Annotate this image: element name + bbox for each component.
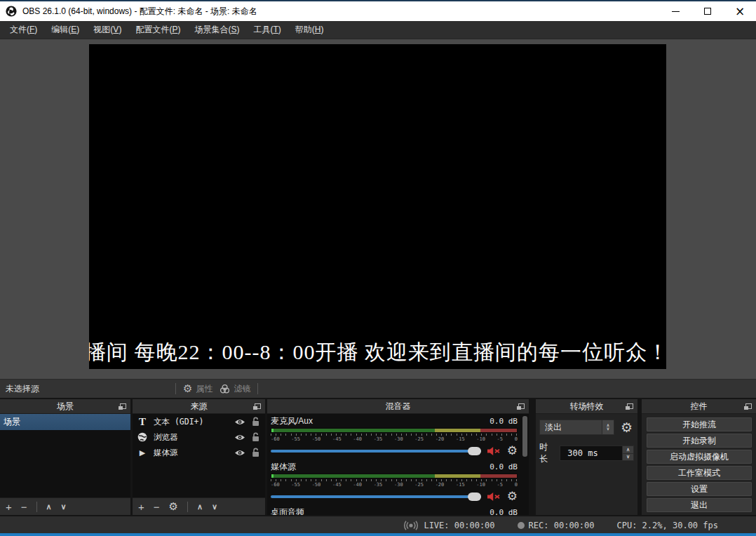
move-source-up-button[interactable]: ∧ [197, 502, 203, 511]
sources-header: 来源 [133, 399, 265, 414]
move-scene-down-button[interactable]: ∨ [61, 502, 67, 511]
menu-scene-collection[interactable]: 场景集合(S) [187, 21, 246, 39]
exit-button[interactable]: 退出 [647, 498, 752, 512]
source-list-item[interactable]: T 文本 (GDI+) [133, 414, 265, 429]
popout-icon [626, 403, 633, 410]
remove-scene-button[interactable]: − [21, 502, 27, 512]
scenes-header: 场景 [0, 399, 130, 414]
add-scene-button[interactable]: + [6, 502, 12, 512]
lock-icon[interactable] [252, 448, 260, 457]
volume-slider[interactable] [271, 495, 481, 498]
meter-tick-label: -35 [374, 436, 383, 443]
meter-tick-label: -60 [271, 436, 280, 443]
toolbar-separator [187, 502, 188, 512]
start-virtual-camera-button[interactable]: 启动虚拟摄像机 [647, 450, 752, 464]
studio-mode-button[interactable]: 工作室模式 [647, 466, 752, 480]
lock-icon[interactable] [252, 417, 260, 427]
channel-gear-icon[interactable]: ⚙ [507, 445, 518, 457]
source-name: 媒体源 [154, 448, 229, 458]
add-source-button[interactable]: + [138, 502, 144, 512]
meter-tick-label: -10 [476, 436, 485, 443]
volume-slider[interactable] [271, 450, 481, 453]
mixer-content: 麦克风/Aux 0.0 dB -60-55-50-45-40-35-30-25-… [267, 414, 529, 515]
duration-spinner: ∧ ∨ [622, 446, 633, 460]
mixer-title: 混音器 [267, 399, 529, 414]
settings-button[interactable]: 设置 [647, 482, 752, 496]
channel-db-value: 0.0 dB [490, 417, 518, 426]
toolbar-separator [257, 383, 258, 394]
menu-edit[interactable]: 编辑(E) [44, 21, 86, 39]
meter-tick-label: -50 [312, 482, 321, 488]
volume-slider-handle[interactable] [468, 493, 481, 501]
mixer-header: 混音器 [267, 399, 529, 414]
selected-transition: 淡出 [540, 420, 602, 434]
visibility-eye-icon[interactable] [234, 434, 245, 441]
channel-gear-icon[interactable]: ⚙ [507, 490, 518, 502]
mute-icon[interactable] [487, 492, 501, 502]
minimize-icon [672, 11, 680, 12]
scenes-toolbar: + − ∧ ∨ [0, 497, 130, 515]
filters-button[interactable]: 滤镜 [220, 383, 250, 395]
duration-down-button[interactable]: ∨ [622, 453, 633, 461]
status-bar: LIVE: 00:00:00 REC: 00:00:00 CPU: 2.2%, … [0, 518, 756, 533]
meter-tick-label: -25 [414, 482, 424, 488]
text-source-icon: T [137, 416, 148, 428]
scene-list-item[interactable]: 场景 [0, 414, 130, 430]
remove-source-button[interactable]: − [154, 502, 160, 512]
source-list-item[interactable]: 浏览器 [133, 429, 265, 445]
transition-gear-icon[interactable]: ⚙ [621, 421, 633, 434]
meter-tick-label: -55 [291, 482, 300, 488]
rec-status: REC: 00:00:00 [518, 521, 595, 530]
move-scene-up-button[interactable]: ∧ [46, 502, 52, 511]
meter-tick-label: -10 [476, 482, 485, 488]
combo-spinner[interactable]: ∧ ∨ [602, 420, 614, 434]
broadcast-icon [403, 521, 419, 530]
properties-button[interactable]: ⚙ 属性 [183, 383, 212, 395]
meter-tick-label: -30 [394, 482, 403, 488]
meter-tick-label: -35 [374, 482, 383, 488]
maximize-icon [704, 8, 711, 15]
filters-label: 滤镜 [234, 383, 250, 395]
source-list-item[interactable]: ▶ 媒体源 [133, 445, 265, 460]
visibility-eye-icon[interactable] [234, 449, 245, 457]
start-streaming-button[interactable]: 开始推流 [647, 417, 752, 431]
menubar: 文件(F) 编辑(E) 视图(V) 配置文件(P) 场景集合(S) 工具(T) … [0, 21, 756, 39]
minimize-button[interactable] [659, 1, 691, 21]
maximize-button[interactable] [691, 1, 724, 21]
meter-scale: -60-55-50-45-40-35-30-25-20-15-10-50 [271, 482, 518, 488]
meter-tickmarks [271, 479, 518, 481]
channel-name: 桌面音频 [271, 507, 304, 515]
meter-tick-label: -15 [456, 436, 465, 443]
source-name: 文本 (GDI+) [154, 417, 229, 427]
transitions-header: 转场特效 [536, 399, 637, 414]
obs-logo-icon [6, 6, 17, 17]
transition-select[interactable]: 淡出 ∧ ∨ [539, 420, 614, 435]
menu-view[interactable]: 视图(V) [86, 21, 128, 39]
volume-slider-handle[interactable] [468, 447, 481, 455]
mute-icon[interactable] [487, 446, 501, 456]
popout-icon [253, 403, 261, 410]
controls-buttons: 开始推流 开始录制 启动虚拟摄像机 工作室模式 设置 退出 [642, 414, 756, 515]
source-properties-gear-icon[interactable]: ⚙ [169, 502, 178, 512]
move-source-down-button[interactable]: ∨ [212, 502, 217, 511]
mixer-scrollbar[interactable] [522, 416, 527, 457]
preview-canvas[interactable]: 播间 每晚22：00--8：00开播 欢迎来到直播间的每一位听众！助眠 [89, 44, 666, 369]
lock-icon[interactable] [252, 432, 260, 442]
close-button[interactable]: × [724, 1, 756, 21]
start-recording-button[interactable]: 开始录制 [647, 434, 752, 448]
controls-title: 控件 [642, 399, 756, 414]
source-toolbar-buttons: ⚙ 属性 滤镜 [175, 383, 258, 395]
filters-icon [220, 384, 230, 394]
duration-up-button[interactable]: ∧ [622, 446, 633, 453]
menu-profile[interactable]: 配置文件(P) [128, 21, 187, 39]
duration-input[interactable]: 300 ms ∧ ∨ [560, 445, 634, 461]
menu-file[interactable]: 文件(F) [3, 21, 44, 39]
menu-help[interactable]: 帮助(H) [288, 21, 331, 39]
preview-area: 播间 每晚22：00--8：00开播 欢迎来到直播间的每一位听众！助眠 [0, 39, 756, 379]
menu-tools[interactable]: 工具(T) [246, 21, 288, 39]
browser-source-icon [137, 432, 148, 442]
chevron-down-icon: ∨ [626, 455, 630, 459]
meter-tick-label: -60 [271, 482, 280, 488]
visibility-eye-icon[interactable] [234, 418, 245, 426]
transitions-title: 转场特效 [536, 399, 637, 414]
